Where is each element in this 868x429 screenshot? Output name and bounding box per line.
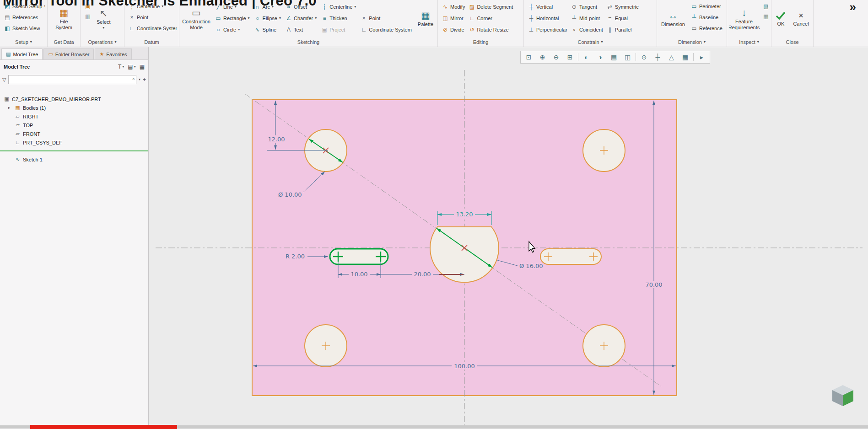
shade-closed-loops-button[interactable]: ▦ — [761, 12, 769, 21]
tangent-constraint-button[interactable]: ⊙ Tangent — [569, 1, 605, 12]
sketch-setup-button[interactable]: ◩ Sketch Setup ▾ — [2, 1, 45, 12]
tree-item-front-plane[interactable]: ▱ FRONT — [0, 129, 148, 138]
project-button[interactable]: ▣ Project — [319, 24, 358, 35]
spline-button[interactable]: ∿ Spline — [253, 24, 283, 35]
tree-item-sketch[interactable]: ∿ Sketch 1 — [0, 155, 148, 164]
references-button[interactable]: ▤ References — [2, 12, 45, 23]
equal-constraint-button[interactable]: = Equal — [605, 13, 641, 24]
refit-button[interactable]: ⊞ — [563, 52, 577, 63]
text-button[interactable]: A Text — [284, 24, 318, 35]
baseline-button[interactable]: ┴ Baseline — [689, 12, 724, 23]
arc-button[interactable]: ∩ Arc ▾ — [253, 1, 283, 12]
add-filter-button[interactable]: + — [143, 76, 146, 83]
ribbon-footer-operations[interactable]: Operations ▾ — [83, 37, 122, 47]
perimeter-icon: ▭ — [691, 4, 697, 9]
construction-mode-button[interactable]: ▭ Construction Mode — [182, 1, 211, 37]
ellipse-button[interactable]: ○ Ellipse ▾ — [253, 13, 283, 24]
ribbon-footer-editing[interactable]: Editing — [440, 37, 521, 47]
ribbon-footer-constrain[interactable]: Constrain ▾ — [526, 37, 654, 47]
palette-button[interactable]: ▦ Palette — [416, 1, 435, 37]
reference-button[interactable]: ▭ Reference — [689, 23, 724, 34]
tree-search-input[interactable] — [8, 75, 136, 84]
offset-button[interactable]: ≈ Offset — [284, 1, 318, 12]
tree-item-right-plane[interactable]: ▱ RIGHT — [0, 112, 148, 121]
line-button[interactable]: ╱ Line ▾ — [213, 1, 252, 12]
repaint-button[interactable]: ◐ — [580, 52, 593, 63]
ribbon-footer-setup[interactable]: Setup ▾ — [2, 37, 45, 47]
ok-button[interactable]: OK — [774, 1, 787, 37]
vertical-constraint-button[interactable]: ┼ Vertical — [526, 1, 569, 12]
file-system-button[interactable]: ▦ File System — [52, 1, 76, 37]
search-options-button[interactable]: ▾ — [139, 78, 140, 81]
rectangle-button[interactable]: ▭ Rectangle ▾ — [213, 13, 252, 24]
overlapping-geometry-button[interactable]: ▧ — [761, 2, 769, 11]
symmetric-constraint-button[interactable]: ⇄ Symmetric — [605, 1, 641, 12]
video-progress-bar[interactable] — [0, 425, 868, 429]
datum-csys-button[interactable]: ∟ Coordinate System — [127, 23, 177, 34]
thicken-button[interactable]: ≡ Thicken — [319, 13, 358, 24]
datum-display-button[interactable]: ⊙ — [637, 52, 651, 63]
tree-sort-button[interactable]: T ▾ — [118, 64, 124, 70]
copy-button[interactable]: ▥ — [83, 12, 93, 21]
ribbon-footer-sketching[interactable]: Sketching — [182, 37, 435, 47]
sketch-centerline-button[interactable]: ┆ Centerline ▾ — [319, 1, 358, 12]
datum-centerline-button[interactable]: ┆ Centerline ▾ — [127, 1, 177, 12]
select-button[interactable]: ↖ Select ▾ — [95, 1, 112, 37]
perimeter-button[interactable]: ▭ Perimeter — [689, 1, 724, 12]
annotation-display-button[interactable]: ┼ — [651, 52, 664, 63]
tree-item-bodies[interactable]: ▸ ▦ Bodies (1) — [0, 103, 148, 112]
zoom-out-button[interactable]: ⊖ — [550, 52, 563, 63]
display-style-button[interactable]: ◑ — [593, 52, 607, 63]
tree-item-top-plane[interactable]: ▱ TOP — [0, 121, 148, 129]
progress-watched[interactable] — [30, 425, 177, 429]
ribbon-footer-dimension[interactable]: Dimension ▾ — [659, 37, 724, 47]
sketch-view-button[interactable]: ◧ Sketch View — [2, 23, 45, 34]
tree-item-part[interactable]: ▣ C7_SKETCHER_DEMO_MIRROR.PRT — [0, 95, 148, 103]
modify-button[interactable]: ∿ Modify — [440, 1, 467, 12]
feature-requirements-button[interactable]: ↓ Feature Requirements — [729, 1, 759, 37]
ribbon-footer-inspect[interactable]: Inspect ▾ — [729, 37, 769, 47]
ribbon-footer-get-data[interactable]: Get Data — [50, 37, 78, 47]
clear-search-icon[interactable]: × — [132, 76, 135, 81]
paste-button[interactable]: ▣ — [83, 2, 93, 11]
corner-button[interactable]: ∟ Corner — [467, 13, 515, 24]
ribbon-footer-close[interactable]: Close — [774, 37, 811, 47]
saved-views-button[interactable]: ▤ — [607, 52, 620, 63]
parallel-constraint-button[interactable]: ∥ Parallel — [605, 24, 641, 35]
tree-settings-button[interactable]: ▦ — [140, 64, 145, 70]
midpoint-constraint-button[interactable]: ┴ Mid-point — [569, 13, 605, 24]
chamfer-button[interactable]: ∠ Chamfer ▾ — [284, 13, 318, 24]
sketch-point-button[interactable]: × Point — [359, 13, 414, 24]
tab-favorites[interactable]: ★ Favorites — [95, 48, 131, 59]
tab-model-tree[interactable]: ▤ Model Tree — [1, 48, 43, 59]
cancel-button[interactable]: × Cancel — [792, 1, 810, 37]
tree-display-button[interactable]: ▤ ▾ — [128, 64, 135, 70]
expand-toolbar-button[interactable]: ▸ — [695, 52, 708, 63]
section-view-button[interactable]: ◫ — [621, 52, 634, 63]
graphics-area[interactable]: ⊡ ⊕ ⊖ ⊞ ◐ ◑ ▤ ◫ ⊙ ┼ △ ▦ ▸ — [149, 47, 868, 429]
zoom-in-button[interactable]: ⊕ — [536, 52, 549, 63]
tree-item-csys[interactable]: ∟ PRT_CSYS_DEF — [0, 138, 148, 147]
sketch-csys-button[interactable]: ∟ Coordinate System — [359, 24, 414, 35]
insertion-locator[interactable] — [0, 150, 148, 151]
svg-text:13.20: 13.20 — [456, 211, 473, 218]
zoom-region-button[interactable]: ⊡ — [522, 52, 535, 63]
sketch-viewport[interactable]: 12.00 Ø 10.00 13.20 R 2.00 — [149, 47, 868, 429]
horizontal-constraint-button[interactable]: ┼ Horizontal — [526, 13, 569, 24]
tab-folder-browser[interactable]: ▭ Folder Browser — [43, 48, 94, 59]
view-manager-button[interactable]: ▦ — [679, 52, 692, 63]
coincident-constraint-button[interactable]: ∘ Coincident — [569, 24, 605, 35]
dimension-button[interactable]: ↔ Dimension — [659, 1, 687, 37]
mirror-button[interactable]: ◫ Mirror — [440, 13, 467, 24]
rotate-resize-button[interactable]: ↺ Rotate Resize — [467, 24, 515, 35]
divide-button[interactable]: ⊘ Divide — [440, 24, 467, 35]
spin-center-button[interactable]: △ — [665, 52, 678, 63]
delete-segment-button[interactable]: ▨ Delete Segment — [467, 1, 515, 12]
fast-forward-icon[interactable]: » — [850, 0, 856, 14]
datum-point-button[interactable]: × Point — [127, 12, 177, 23]
expand-arrow-icon[interactable]: ▸ — [8, 106, 12, 110]
circle-button[interactable]: ○ Circle ▾ — [213, 24, 252, 35]
ribbon-footer-datum[interactable]: Datum — [127, 37, 177, 47]
centerline-icon: ┆ — [321, 4, 328, 10]
perpendicular-constraint-button[interactable]: ⊥ Perpendicular — [526, 24, 569, 35]
